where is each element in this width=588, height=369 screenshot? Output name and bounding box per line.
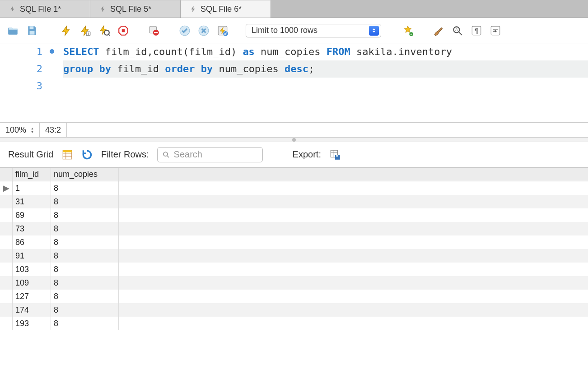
- table-row[interactable]: 1098: [0, 276, 588, 290]
- row-limit-select[interactable]: Limit to 1000 rows: [246, 24, 381, 37]
- row-marker: [0, 208, 13, 222]
- cell-num-copies[interactable]: 8: [51, 222, 119, 235]
- row-marker: [0, 317, 13, 330]
- tab-1[interactable]: SQL File 5*: [90, 0, 181, 18]
- svg-rect-33: [336, 155, 338, 157]
- wrap-button[interactable]: [488, 23, 503, 38]
- cell-film-id[interactable]: 73: [13, 222, 51, 235]
- pane-divider[interactable]: [0, 138, 588, 142]
- cell-film-id[interactable]: 86: [13, 235, 51, 249]
- open-file-button[interactable]: [5, 23, 21, 38]
- table-row[interactable]: 1938: [0, 317, 588, 330]
- cell-num-copies[interactable]: 8: [51, 181, 119, 195]
- result-grid: film_id num_copies ▶18318698738868918103…: [0, 167, 588, 330]
- cell-num-copies[interactable]: 8: [51, 303, 119, 317]
- select-arrow-icon: [369, 26, 379, 36]
- show-invisible-button[interactable]: ¶: [469, 23, 484, 38]
- editor-status-bar: 100% ▲▼ 43:2: [0, 122, 588, 138]
- row-marker: [0, 290, 13, 303]
- grid-view-icon[interactable]: [61, 149, 73, 161]
- table-row[interactable]: ▶18: [0, 181, 588, 195]
- table-row[interactable]: 918: [0, 249, 588, 263]
- svg-rect-27: [63, 150, 72, 152]
- find-button[interactable]: A: [450, 23, 465, 38]
- table-row[interactable]: 318: [0, 195, 588, 208]
- code-area[interactable]: SELECT film_id,count(film_id) as num_cop…: [50, 43, 588, 122]
- line-gutter: 123: [0, 43, 50, 122]
- cell-film-id[interactable]: 127: [13, 290, 51, 303]
- cell-film-id[interactable]: 1: [13, 181, 51, 195]
- stop-button[interactable]: [116, 23, 131, 38]
- autocommit-toggle[interactable]: [215, 23, 230, 38]
- tab-0[interactable]: SQL File 1*: [0, 0, 90, 18]
- result-title: Result Grid: [8, 149, 53, 160]
- disconnect-button[interactable]: [146, 23, 162, 38]
- tab-2[interactable]: SQL File 6*: [181, 0, 271, 18]
- search-icon: [162, 151, 170, 159]
- table-row[interactable]: 868: [0, 235, 588, 249]
- cell-num-copies[interactable]: 8: [51, 195, 119, 208]
- tab-label: SQL File 5*: [110, 5, 151, 14]
- column-header-num-copies[interactable]: num_copies: [51, 168, 119, 181]
- column-header-film-id[interactable]: film_id: [13, 168, 51, 181]
- cell-num-copies[interactable]: 8: [51, 317, 119, 330]
- svg-line-18: [459, 32, 462, 35]
- cell-num-copies[interactable]: 8: [51, 249, 119, 263]
- commit-button[interactable]: [177, 23, 192, 38]
- svg-text:A: A: [455, 28, 458, 32]
- bolt-icon: [99, 5, 107, 13]
- refresh-icon[interactable]: [81, 149, 93, 161]
- result-header-row: film_id num_copies: [0, 168, 588, 181]
- save-file-button[interactable]: [24, 23, 40, 38]
- table-row[interactable]: 1038: [0, 263, 588, 276]
- zoom-stepper-icon: ▲▼: [31, 127, 34, 134]
- execute-current-button[interactable]: I: [78, 23, 93, 38]
- cell-num-copies[interactable]: 8: [51, 208, 119, 222]
- tab-label: SQL File 1*: [20, 5, 61, 14]
- row-marker: [0, 249, 13, 263]
- sql-editor[interactable]: 123 SELECT film_id,count(film_id) as num…: [0, 43, 588, 122]
- execute-button[interactable]: [59, 23, 74, 38]
- row-marker: [0, 235, 13, 249]
- svg-point-28: [163, 152, 168, 156]
- cell-num-copies[interactable]: 8: [51, 235, 119, 249]
- row-marker: [0, 303, 13, 317]
- cell-film-id[interactable]: 109: [13, 276, 51, 290]
- zoom-control[interactable]: 100% ▲▼: [0, 123, 40, 137]
- table-row[interactable]: 698: [0, 208, 588, 222]
- svg-rect-0: [30, 26, 34, 29]
- table-row[interactable]: 738: [0, 222, 588, 235]
- explain-button[interactable]: [97, 23, 112, 38]
- cell-film-id[interactable]: 193: [13, 317, 51, 330]
- table-row[interactable]: 1278: [0, 290, 588, 303]
- cell-film-id[interactable]: 174: [13, 303, 51, 317]
- cell-film-id[interactable]: 91: [13, 249, 51, 263]
- row-limit-label: Limit to 1000 rows: [252, 26, 317, 35]
- cell-film-id[interactable]: 31: [13, 195, 51, 208]
- cell-num-copies[interactable]: 8: [51, 263, 119, 276]
- result-toolbar: Result Grid Filter Rows: Search Export:: [0, 142, 588, 167]
- cell-num-copies[interactable]: 8: [51, 276, 119, 290]
- export-icon[interactable]: [329, 149, 341, 161]
- row-marker: [0, 222, 13, 235]
- beautify-button[interactable]: +: [400, 23, 415, 38]
- cell-film-id[interactable]: 69: [13, 208, 51, 222]
- svg-text:I: I: [88, 31, 89, 35]
- brush-button[interactable]: [431, 23, 446, 38]
- zoom-value: 100%: [5, 125, 26, 135]
- row-marker: ▶: [0, 181, 13, 195]
- tab-bar: SQL File 1*SQL File 5*SQL File 6*: [0, 0, 588, 18]
- filter-input[interactable]: Search: [157, 147, 263, 162]
- cell-film-id[interactable]: 103: [13, 263, 51, 276]
- bolt-icon: [9, 5, 16, 13]
- tab-label: SQL File 6*: [201, 5, 242, 14]
- svg-text:¶: ¶: [475, 27, 478, 34]
- filter-placeholder: Search: [174, 149, 202, 160]
- rollback-button[interactable]: [196, 23, 211, 38]
- svg-text:+: +: [410, 32, 412, 36]
- bolt-icon: [190, 5, 197, 13]
- svg-rect-7: [122, 29, 125, 32]
- cursor-position: 43:2: [40, 123, 67, 137]
- table-row[interactable]: 1748: [0, 303, 588, 317]
- cell-num-copies[interactable]: 8: [51, 290, 119, 303]
